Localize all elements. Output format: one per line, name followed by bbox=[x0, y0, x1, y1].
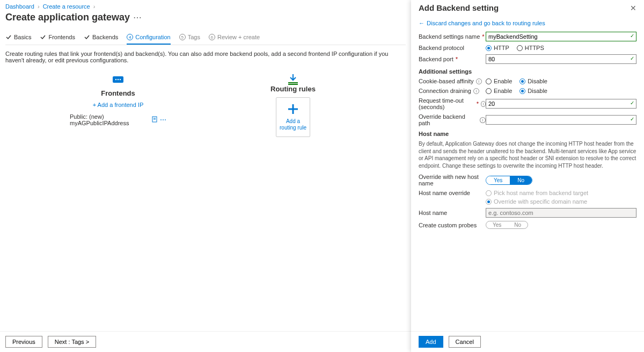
svg-point-3 bbox=[120, 79, 121, 80]
backend-port-input[interactable] bbox=[486, 54, 636, 64]
edit-icon[interactable] bbox=[151, 116, 158, 124]
step-number-icon: 5 bbox=[179, 34, 186, 40]
tab-label: Backends bbox=[92, 34, 118, 40]
left-arrow-icon: ← bbox=[419, 20, 425, 26]
info-icon[interactable]: i bbox=[480, 117, 486, 123]
previous-button[interactable]: Previous bbox=[5, 336, 42, 348]
label-request-timeout: Request time-out (seconds) * i bbox=[419, 97, 486, 110]
tab-label: Configuration bbox=[135, 34, 170, 40]
override-backend-path-input[interactable] bbox=[486, 115, 636, 125]
tab-label: Basics bbox=[14, 34, 31, 40]
host-name-input bbox=[486, 208, 636, 218]
check-icon bbox=[40, 34, 46, 40]
routing-rules-title: Routing rules bbox=[270, 85, 316, 93]
frontend-item: Public: (new) myAGPublicIPAddress ⋯ bbox=[70, 113, 166, 126]
chevron-right-icon: › bbox=[93, 3, 96, 10]
next-button[interactable]: Next : Tags > bbox=[48, 336, 96, 348]
additional-settings-heading: Additional settings bbox=[419, 68, 636, 75]
tab-label: Tags bbox=[188, 34, 200, 40]
step-number-icon: 4 bbox=[127, 34, 133, 40]
check-icon bbox=[5, 34, 12, 40]
host-name-description: By default, Application Gateway does not… bbox=[419, 140, 636, 169]
tab-backends[interactable]: Backends bbox=[84, 31, 118, 45]
svg-point-1 bbox=[115, 79, 116, 80]
label-backend-settings-name: Backend settings name * bbox=[419, 33, 486, 40]
host-name-heading: Host name bbox=[419, 131, 636, 137]
wizard-tabs: Basics Frontends Backends 4 Configuratio… bbox=[5, 31, 406, 45]
more-icon[interactable]: ⋯ bbox=[160, 116, 166, 124]
add-routing-rule-tile[interactable]: Add a routing rule bbox=[276, 97, 310, 137]
add-backend-setting-panel: Add Backend setting ✕ ← Discard changes … bbox=[411, 0, 644, 352]
more-actions-icon[interactable]: ⋯ bbox=[133, 13, 142, 22]
radio-http[interactable]: HTTP bbox=[486, 45, 509, 51]
discard-changes-link[interactable]: ← Discard changes and go back to routing… bbox=[419, 20, 636, 26]
radio-pick-from-backend: Pick host name from backend target bbox=[486, 190, 636, 196]
close-icon[interactable]: ✕ bbox=[630, 4, 636, 12]
override-host-toggle[interactable]: Yes No bbox=[486, 176, 532, 185]
add-button[interactable]: Add bbox=[419, 336, 443, 348]
tab-configuration[interactable]: 4 Configuration bbox=[127, 31, 170, 45]
toggle-no[interactable]: No bbox=[510, 176, 532, 184]
panel-footer: Add Cancel bbox=[411, 331, 644, 352]
toggle-yes[interactable]: Yes bbox=[486, 176, 510, 184]
radio-affinity-enable[interactable]: Enable bbox=[486, 78, 512, 84]
backend-settings-name-input[interactable] bbox=[486, 32, 636, 41]
label-host-name-override: Host name override bbox=[419, 190, 486, 196]
custom-probes-toggle: Yes No bbox=[486, 221, 528, 229]
tile-caption: Add a routing rule bbox=[279, 118, 308, 131]
radio-draining-enable[interactable]: Enable bbox=[486, 88, 512, 94]
wizard-footer: Previous Next : Tags > bbox=[0, 331, 411, 352]
frontends-column: Frontends + Add a frontend IP Public: (n… bbox=[70, 73, 166, 126]
step-number-icon: 6 bbox=[209, 34, 215, 40]
label-custom-probes: Create custom probes bbox=[419, 222, 486, 228]
tab-tags[interactable]: 5 Tags bbox=[179, 31, 200, 45]
label-connection-draining: Connection draining i bbox=[419, 88, 486, 94]
tab-label: Frontends bbox=[48, 34, 75, 40]
toggle-no: No bbox=[508, 221, 528, 228]
chevron-right-icon: › bbox=[38, 3, 40, 10]
radio-draining-disable[interactable]: Disable bbox=[519, 88, 547, 94]
cancel-button[interactable]: Cancel bbox=[449, 336, 481, 348]
info-icon[interactable]: i bbox=[476, 78, 482, 84]
info-icon[interactable]: i bbox=[481, 101, 486, 107]
tab-label: Review + create bbox=[217, 34, 260, 40]
frontend-item-label: Public: (new) myAGPublicIPAddress bbox=[70, 113, 144, 126]
label-backend-protocol: Backend protocol bbox=[419, 45, 486, 51]
tab-basics[interactable]: Basics bbox=[5, 31, 31, 45]
request-timeout-input[interactable] bbox=[486, 99, 636, 109]
toggle-yes: Yes bbox=[486, 221, 508, 228]
frontends-title: Frontends bbox=[101, 89, 135, 97]
add-frontend-ip-link[interactable]: + Add a frontend IP bbox=[93, 102, 144, 108]
label-override-backend-path: Override backend path i bbox=[419, 113, 486, 126]
breadcrumb-item-create-resource[interactable]: Create a resource bbox=[43, 3, 90, 10]
label-backend-port: Backend port * bbox=[419, 56, 486, 62]
label-override-with-new-host: Override with new host name bbox=[419, 174, 486, 186]
radio-override-specific: Override with specific domain name bbox=[486, 198, 636, 205]
radio-affinity-disable[interactable]: Disable bbox=[519, 78, 547, 84]
page-description: Create routing rules that link your fron… bbox=[5, 51, 406, 63]
frontends-icon bbox=[112, 73, 125, 86]
svg-point-2 bbox=[118, 79, 119, 80]
breadcrumb-item-dashboard[interactable]: Dashboard bbox=[5, 3, 34, 10]
breadcrumb: Dashboard › Create a resource › bbox=[5, 3, 406, 10]
info-icon[interactable]: i bbox=[473, 88, 479, 94]
routing-rules-column: Routing rules Add a routing rule bbox=[245, 73, 341, 137]
check-icon bbox=[84, 34, 90, 40]
plus-icon bbox=[286, 102, 300, 116]
routing-rules-icon bbox=[286, 73, 300, 85]
page-title: Create application gateway bbox=[5, 12, 130, 23]
tab-review-create[interactable]: 6 Review + create bbox=[209, 31, 260, 45]
panel-title: Add Backend setting bbox=[419, 3, 499, 12]
radio-https[interactable]: HTTPS bbox=[517, 45, 544, 51]
label-cookie-affinity: Cookie-based affinity i bbox=[419, 78, 486, 84]
tab-frontends[interactable]: Frontends bbox=[40, 31, 75, 45]
label-host-name: Host name bbox=[419, 210, 486, 216]
